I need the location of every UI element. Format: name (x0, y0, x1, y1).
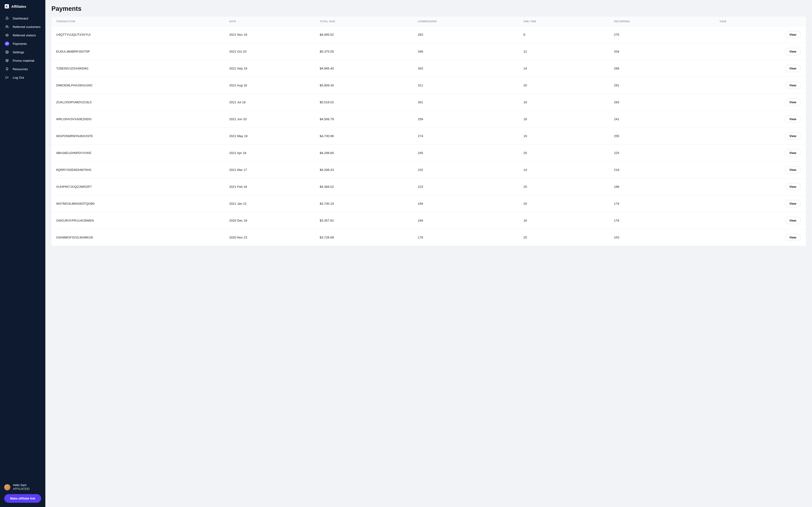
cell-transaction: 0BHJ4EU2HNPDYXVKE (51, 145, 225, 162)
brand-logo[interactable]: K Affiliates (0, 0, 45, 14)
cell-one-time: 14 (519, 60, 610, 77)
th-transaction[interactable]: TRANSACTION (51, 17, 225, 26)
cell-total-paid: $4,206.43 (315, 162, 413, 178)
view-button[interactable]: View (785, 82, 801, 89)
cell-total-paid: $4,506.79 (315, 111, 413, 128)
sidebar-item-label: Payments (13, 42, 27, 46)
sidebar-item-label: Dashboard (13, 17, 28, 20)
cell-one-time: 20 (519, 195, 610, 212)
cell-commissions: 346 (413, 43, 519, 60)
svg-rect-2 (6, 43, 8, 45)
view-button[interactable]: View (785, 48, 801, 55)
cell-total-paid: $5,518.02 (315, 94, 413, 111)
table-row: 8QRRYSDE8IDHM70HS2021 Mar 17$4,206.43232… (51, 162, 806, 178)
cell-transaction: GSH8MOFS2VL8GMKG9 (51, 229, 225, 246)
cell-transaction: GWOJR3YPR1U4CBWEN (51, 212, 225, 229)
cell-total-paid: $4,495.92 (315, 26, 413, 43)
cell-commissions: 274 (413, 128, 519, 145)
cell-date: 2021 Mar 17 (225, 162, 315, 178)
cell-date: 2021 Nov 18 (225, 26, 315, 43)
view-button[interactable]: View (785, 234, 801, 241)
cell-view: View (715, 145, 806, 162)
sidebar-item-label: Settings (13, 50, 24, 54)
sidebar-item-dashboard[interactable]: Dashboard (0, 14, 45, 22)
cell-date: 2021 Oct 20 (225, 43, 315, 60)
cell-recurring: 153 (610, 229, 715, 246)
th-commissions[interactable]: COMMISSIONS (413, 17, 519, 26)
cell-view: View (715, 212, 806, 229)
sidebar-item-promo-material[interactable]: Promo material (0, 56, 45, 65)
cell-date: 2021 Apr 18 (225, 145, 315, 162)
table-row: TZ6E50VJZSX4IKE9G2021 Sep 19$4,965.40303… (51, 60, 806, 77)
cell-view: View (715, 229, 806, 246)
user-block[interactable]: Hello Sam AFFILIATEID (4, 484, 41, 491)
view-button[interactable]: View (785, 99, 801, 106)
cell-date: 2021 May 18 (225, 128, 315, 145)
th-date[interactable]: DATE↓ (225, 17, 315, 26)
logout-icon (5, 75, 9, 80)
table-row: ZUKLON3PUMDV2C6L52021 Jul 18$5,518.02301… (51, 94, 806, 111)
user-greeting: Hello Sam (13, 484, 30, 487)
cell-recurring: 225 (610, 145, 715, 162)
sidebar-item-settings[interactable]: Settings (0, 48, 45, 56)
cell-commissions: 311 (413, 77, 519, 94)
view-button[interactable]: View (785, 65, 801, 72)
cell-view: View (715, 195, 806, 212)
sidebar-item-resources[interactable]: Resources (0, 65, 45, 73)
table-row: U4QTTYUJQUTX3VYUI2021 Nov 18$4,495.92283… (51, 26, 806, 43)
view-button[interactable]: View (785, 31, 801, 38)
cell-transaction: WS7MO3LMNGW3TQGB0 (51, 195, 225, 212)
cell-commissions: 303 (413, 60, 519, 77)
sort-desc-icon: ↓ (238, 20, 240, 23)
cell-commissions: 245 (413, 145, 519, 162)
th-recurring[interactable]: RECURRING (610, 17, 715, 26)
cell-recurring: 255 (610, 128, 715, 145)
cell-total-paid: $3,357.82 (315, 212, 413, 229)
view-button[interactable]: View (785, 200, 801, 207)
cell-recurring: 283 (610, 94, 715, 111)
cell-transaction: TZ6E50VJZSX4IKE9G (51, 60, 225, 77)
cell-one-time: 25 (519, 178, 610, 195)
avatar (4, 484, 10, 490)
svg-point-4 (7, 52, 7, 53)
th-one-time[interactable]: ONE-TIME (519, 17, 610, 26)
svg-point-1 (7, 35, 7, 36)
page-title: Payments (51, 5, 806, 12)
sidebar: K Affiliates DashboardReferred customers… (0, 0, 45, 507)
cell-transaction: 8QRRYSDE8IDHM70HS (51, 162, 225, 178)
cell-one-time: 12 (519, 43, 610, 60)
cell-date: 2021 Jul 18 (225, 94, 315, 111)
table-row: GWOJR3YPR1U4CBWEN2020 Dec 18$3,357.82194… (51, 212, 806, 229)
cell-one-time: 16 (519, 212, 610, 229)
sidebar-item-referred-customers[interactable]: Referred customers (0, 22, 45, 31)
sidebar-item-log-out[interactable]: Log Out (0, 73, 45, 82)
view-button[interactable]: View (785, 149, 801, 157)
sidebar-item-label: Referred customers (13, 25, 41, 29)
view-button[interactable]: View (785, 183, 801, 190)
view-button[interactable]: View (785, 132, 801, 139)
table-row: XUHP9X7JUQZJWKDP72021 Feb 18$4,384.02223… (51, 178, 806, 195)
layers-icon (5, 58, 9, 63)
cell-commissions: 301 (413, 94, 519, 111)
cell-transaction: D96OEMLPHA2W31GNC (51, 77, 225, 94)
view-button[interactable]: View (785, 217, 801, 224)
sidebar-item-label: Promo material (13, 59, 34, 62)
cell-total-paid: $5,375.50 (315, 43, 413, 60)
th-total-paid[interactable]: TOTAL PAID (315, 17, 413, 26)
view-button[interactable]: View (785, 166, 801, 173)
sidebar-item-label: Referred visitors (13, 34, 36, 37)
cell-recurring: 198 (610, 178, 715, 195)
sidebar-item-label: Log Out (13, 76, 24, 79)
view-button[interactable]: View (785, 115, 801, 123)
cell-one-time: 18 (519, 111, 610, 128)
gear-icon (5, 50, 9, 54)
make-affiliate-link-button[interactable]: Make affiliate link (4, 494, 41, 503)
sidebar-item-referred-visitors[interactable]: Referred visitors (0, 31, 45, 40)
cell-transaction: WGPON0RWX9JKKX97E (51, 128, 225, 145)
cell-recurring: 291 (610, 77, 715, 94)
cell-date: 2021 Aug 18 (225, 77, 315, 94)
table-row: WGPON0RWX9JKKX97E2021 May 18$4,730.96274… (51, 128, 806, 145)
sidebar-item-payments[interactable]: Payments (0, 40, 45, 48)
svg-point-0 (6, 25, 7, 27)
eye-icon (5, 33, 9, 38)
